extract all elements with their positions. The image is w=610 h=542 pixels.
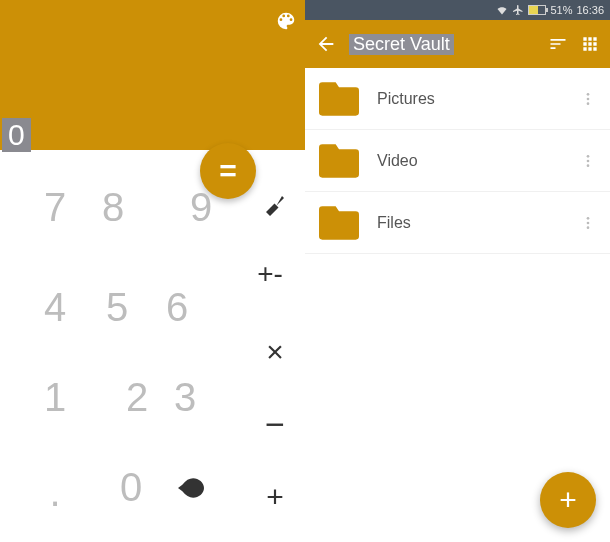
key-dot[interactable]: . xyxy=(30,470,80,515)
calculator-screen: 0 = 7 8 9 4 5 6 1 2 3 . 0 +- × − + xyxy=(0,0,305,542)
svg-point-1 xyxy=(587,97,590,100)
folder-item-video[interactable]: Video xyxy=(305,130,610,192)
key-8[interactable]: 8 xyxy=(88,185,138,230)
svg-point-6 xyxy=(587,217,590,220)
folder-list: Pictures Video Files xyxy=(305,68,610,254)
multiply-button[interactable]: × xyxy=(255,335,295,369)
wifi-icon xyxy=(496,4,508,16)
svg-point-7 xyxy=(587,221,590,224)
status-bar: 51% 16:36 xyxy=(305,0,610,20)
vault-screen: 51% 16:36 Secret Vault Pictures Video xyxy=(305,0,610,542)
clock: 16:36 xyxy=(576,4,604,16)
key-4[interactable]: 4 xyxy=(30,285,80,330)
palette-icon[interactable] xyxy=(275,10,297,32)
add-button[interactable]: + xyxy=(540,472,596,528)
key-1[interactable]: 1 xyxy=(30,375,80,420)
page-title: Secret Vault xyxy=(349,34,454,55)
folder-label: Video xyxy=(377,152,562,170)
back-icon[interactable] xyxy=(315,33,337,55)
battery-percent: 51% xyxy=(550,4,572,16)
folder-label: Files xyxy=(377,214,562,232)
backspace-button[interactable] xyxy=(178,478,204,502)
grid-view-icon[interactable] xyxy=(580,34,600,54)
app-bar: Secret Vault xyxy=(305,20,610,68)
key-9[interactable]: 9 xyxy=(176,185,226,230)
key-2[interactable]: 2 xyxy=(112,375,162,420)
more-icon[interactable] xyxy=(580,215,596,231)
backspace-icon xyxy=(178,478,204,498)
sort-icon[interactable] xyxy=(548,34,568,54)
broom-icon xyxy=(263,193,287,217)
calculator-display-area: 0 xyxy=(0,0,305,150)
airplane-icon xyxy=(512,4,524,16)
svg-point-4 xyxy=(587,159,590,162)
folder-label: Pictures xyxy=(377,90,562,108)
folder-item-pictures[interactable]: Pictures xyxy=(305,68,610,130)
key-3[interactable]: 3 xyxy=(160,375,210,420)
svg-point-0 xyxy=(587,93,590,96)
key-7[interactable]: 7 xyxy=(30,185,80,230)
svg-point-8 xyxy=(587,226,590,229)
clear-button[interactable] xyxy=(255,190,295,224)
calculator-display: 0 xyxy=(2,118,31,152)
key-5[interactable]: 5 xyxy=(92,285,142,330)
key-6[interactable]: 6 xyxy=(152,285,202,330)
folder-icon xyxy=(319,206,359,240)
battery-icon xyxy=(528,5,546,15)
svg-point-5 xyxy=(587,164,590,167)
more-icon[interactable] xyxy=(580,91,596,107)
equals-label: = xyxy=(219,154,237,188)
add-label: + xyxy=(559,483,577,517)
more-icon[interactable] xyxy=(580,153,596,169)
folder-item-files[interactable]: Files xyxy=(305,192,610,254)
svg-point-2 xyxy=(587,102,590,105)
calculator-keypad: 7 8 9 4 5 6 1 2 3 . 0 +- × − + xyxy=(0,185,305,542)
folder-icon xyxy=(319,82,359,116)
folder-icon xyxy=(319,144,359,178)
subtract-button[interactable]: − xyxy=(255,405,295,444)
svg-point-3 xyxy=(587,155,590,158)
plus-minus-button[interactable]: +- xyxy=(250,258,290,290)
key-0[interactable]: 0 xyxy=(106,465,156,510)
add-button[interactable]: + xyxy=(255,480,295,514)
